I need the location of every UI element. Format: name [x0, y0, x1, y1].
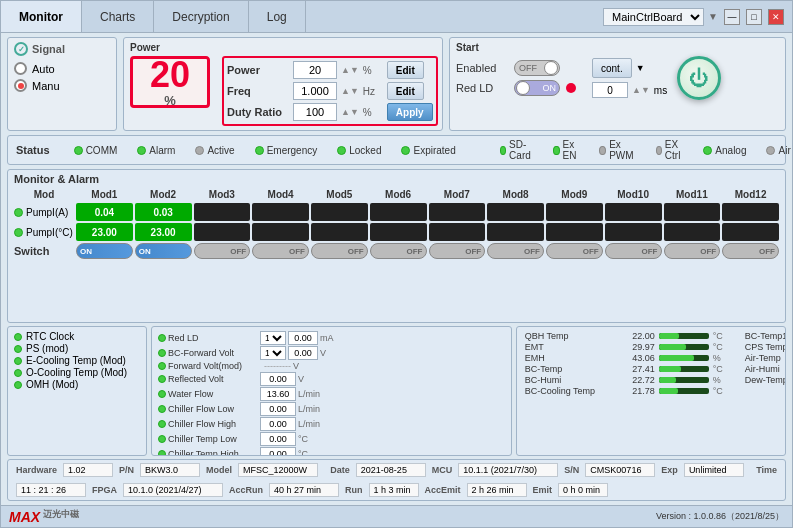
rt-bctemp1: BC-Temp1 23.00 °C [745, 331, 786, 341]
switch-mod3[interactable]: OFF [194, 243, 251, 259]
tab-charts[interactable]: Charts [82, 1, 154, 32]
maximize-btn[interactable]: □ [746, 9, 762, 25]
minimize-btn[interactable]: — [724, 9, 740, 25]
close-btn[interactable]: ✕ [768, 9, 784, 25]
sensor-ctemplow-input[interactable] [260, 432, 296, 446]
signal-check-icon: ✓ [14, 42, 28, 56]
mod-header-6: Mod6 [370, 188, 427, 201]
mod-header-9: Mod9 [546, 188, 603, 201]
mod-header-1: Mod1 [76, 188, 133, 201]
red-ld-row: Red LD ON [456, 80, 576, 96]
sensor-ctemphigh-input[interactable] [260, 447, 296, 456]
auto-radio[interactable]: Auto [14, 62, 110, 75]
rt-bctemp: BC-Temp 27.41 °C [525, 364, 741, 374]
sensor-waterflow-input[interactable] [260, 387, 296, 401]
expirated-led [401, 146, 410, 155]
power-input[interactable] [293, 61, 337, 79]
status-analog: Analog [703, 145, 746, 156]
rt-emh-unit: % [713, 353, 741, 363]
sensor-cflowlow-input[interactable] [260, 402, 296, 416]
power-start-btn[interactable]: ⏻ [677, 56, 721, 100]
board-select[interactable]: MainCtrlBoard [603, 8, 704, 26]
switch-mod6[interactable]: OFF [370, 243, 427, 259]
pump-c-mod10 [605, 223, 662, 241]
switch-mod10[interactable]: OFF [605, 243, 662, 259]
exp-val: Unlimited [684, 463, 744, 477]
duty-input[interactable] [293, 103, 337, 121]
sensor-redld-input[interactable] [288, 331, 318, 345]
active-label: Active [207, 145, 234, 156]
rt-bctemp-bar [659, 366, 709, 372]
switch-mod5[interactable]: OFF [311, 243, 368, 259]
date-label: Date [330, 465, 350, 475]
tab-monitor[interactable]: Monitor [1, 1, 82, 32]
switch-mod9[interactable]: OFF [546, 243, 603, 259]
alarm-label: Alarm [149, 145, 175, 156]
main-window: Monitor Charts Decryption Log MainCtrlBo… [0, 0, 793, 528]
enabled-toggle[interactable]: OFF [514, 60, 560, 76]
ms-row: ▲▼ ms [592, 82, 667, 98]
switch-mod11[interactable]: OFF [664, 243, 721, 259]
sensor-bcfv-unit: V [320, 348, 346, 358]
emit-label: Emit [533, 485, 553, 495]
pn-val: BKW3.0 [140, 463, 200, 477]
alarm-list: RTC Clock PS (mod) E-Cooling Temp (Mod) [7, 326, 147, 456]
duty-label: Duty Ratio [227, 106, 289, 118]
sensor-cflowhigh-input[interactable] [260, 417, 296, 431]
ms-input[interactable] [592, 82, 628, 98]
pump-c-led [14, 228, 23, 237]
rt-dewtemp: Dew-Temp 14.80 °C [745, 375, 786, 385]
enabled-state: OFF [519, 63, 537, 73]
rt-emh-label: EMH [525, 353, 615, 363]
sensor-waterflow: Water Flow L/min [158, 387, 505, 401]
bottom-row: RTC Clock PS (mod) E-Cooling Temp (Mod) [7, 326, 786, 456]
switch-mod7[interactable]: OFF [429, 243, 486, 259]
mod-header-8: Mod8 [487, 188, 544, 201]
rt-bccool-bar [659, 388, 709, 394]
tab-log[interactable]: Log [249, 1, 306, 32]
sensor-refvolt-unit: V [298, 374, 324, 384]
enabled-knob [544, 61, 558, 75]
sensor-bcfv-input[interactable] [288, 346, 318, 360]
cont-btn[interactable]: cont. [592, 58, 632, 78]
rt-qbh-label: QBH Temp [525, 331, 615, 341]
pump-a-text: PumpI(A) [26, 207, 68, 218]
expwm-led [599, 146, 606, 155]
base-info-grid: Hardware 1.02 P/N BKW3.0 Model MFSC_1200… [16, 463, 777, 497]
status-expwm: Ex PWM [599, 139, 635, 161]
manu-radio[interactable]: Manu [14, 79, 110, 92]
sensor-cflowhigh-led [158, 420, 166, 428]
sensor-redld-select[interactable]: 1 [260, 331, 286, 345]
switch-mod2[interactable]: ON [135, 243, 192, 259]
power-edit-btn[interactable]: Edit [387, 61, 424, 79]
rt-bccool-fill [659, 388, 678, 394]
power-title: Power [130, 42, 436, 53]
rt-bccool-unit: °C [713, 386, 741, 396]
power-controls: Power ▲▼ % Edit Freq ▲▼ Hz Edit [222, 56, 438, 126]
footer: MAX 迈光中磁 Version : 1.0.0.86（2021/8/25） [1, 505, 792, 527]
sensor-bcfv-select[interactable]: 1 [260, 346, 286, 360]
mod-header-2: Mod2 [135, 188, 192, 201]
switch-mod8[interactable]: OFF [487, 243, 544, 259]
start-inner: Enabled OFF Red LD ON [456, 56, 779, 100]
status-exen: Ex EN [553, 139, 579, 161]
apply-btn[interactable]: Apply [387, 103, 433, 121]
tab-decryption[interactable]: Decryption [154, 1, 248, 32]
status-exctrl: EX Ctrl [656, 139, 684, 161]
ms-unit: ms [654, 85, 667, 96]
alarm-rtc-led [14, 333, 22, 341]
sensor-refvolt-input[interactable] [260, 372, 296, 386]
switch-mod4[interactable]: OFF [252, 243, 309, 259]
rt-emh-val: 43.06 [619, 353, 655, 363]
freq-input[interactable] [293, 82, 337, 100]
cont-row: cont. ▼ [592, 58, 667, 78]
alarm-omh: OMH (Mod) [14, 379, 140, 390]
switch-mod1[interactable]: ON [76, 243, 133, 259]
pn-label: P/N [119, 465, 134, 475]
switch-mod12[interactable]: OFF [722, 243, 779, 259]
red-ld-toggle[interactable]: ON [514, 80, 560, 96]
run-label: Run [345, 485, 363, 495]
sensor-redld: Red LD 1 mA [158, 331, 505, 345]
freq-edit-btn[interactable]: Edit [387, 82, 424, 100]
red-ld-knob [516, 81, 530, 95]
